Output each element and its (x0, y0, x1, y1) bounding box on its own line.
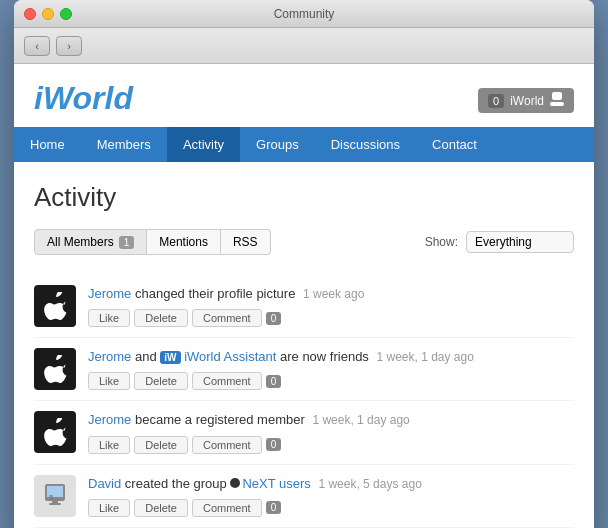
activity-text: Jerome and iW iWorld Assistant are now f… (88, 348, 574, 366)
badge-username: iWorld (510, 94, 544, 108)
user-link[interactable]: Jerome (88, 412, 131, 427)
user-badge[interactable]: 0 iWorld (478, 88, 574, 113)
svg-rect-1 (550, 102, 564, 106)
avatar (34, 475, 76, 517)
delete-button[interactable]: Delete (134, 499, 188, 517)
forward-button[interactable]: › (56, 36, 82, 56)
site-logo: iWorld (34, 80, 133, 117)
activity-item: David created the group NeXT users 1 wee… (34, 465, 574, 528)
avatar (34, 285, 76, 327)
like-button[interactable]: Like (88, 372, 130, 390)
timestamp: 1 week, 5 days ago (318, 477, 421, 491)
comment-button[interactable]: Comment (192, 436, 262, 454)
close-button[interactable] (24, 8, 36, 20)
site-header: iWorld 0 iWorld (14, 64, 594, 127)
badge-count: 0 (488, 94, 504, 108)
comment-count: 0 (266, 501, 282, 514)
activity-item: Jerome became a registered member 1 week… (34, 401, 574, 464)
group-link[interactable]: NeXT users (242, 476, 310, 491)
window-title: Community (274, 7, 335, 21)
like-button[interactable]: Like (88, 309, 130, 327)
activity-body: Jerome became a registered member 1 week… (88, 411, 574, 453)
svg-rect-4 (52, 501, 58, 503)
minimize-button[interactable] (42, 8, 54, 20)
user-link[interactable]: Jerome (88, 286, 131, 301)
comment-count: 0 (266, 312, 282, 325)
user-link[interactable]: David (88, 476, 121, 491)
activity-text: David created the group NeXT users 1 wee… (88, 475, 574, 493)
filter-tabs: All Members 1 Mentions RSS (34, 229, 271, 255)
activity-actions: Like Delete Comment 0 (88, 309, 574, 327)
tab-mentions[interactable]: Mentions (147, 229, 221, 255)
tab-rss-label: RSS (233, 235, 258, 249)
activity-item: Jerome changed their profile picture 1 w… (34, 275, 574, 338)
activity-text: Jerome changed their profile picture 1 w… (88, 285, 574, 303)
delete-button[interactable]: Delete (134, 372, 188, 390)
nav-item-home[interactable]: Home (14, 127, 81, 162)
avatar (34, 411, 76, 453)
nav-item-activity[interactable]: Activity (167, 127, 240, 162)
activity-body: Jerome and iW iWorld Assistant are now f… (88, 348, 574, 390)
timestamp: 1 week ago (303, 287, 364, 301)
user-icon (550, 92, 564, 109)
tab-all-members-count: 1 (119, 236, 135, 249)
maximize-button[interactable] (60, 8, 72, 20)
titlebar: Community (14, 0, 594, 28)
tab-all-members-label: All Members (47, 235, 114, 249)
browser-content: iWorld 0 iWorld Home Members Activity Gr… (14, 64, 594, 528)
user-link[interactable]: Jerome (88, 349, 131, 364)
show-label: Show: (425, 235, 458, 249)
nav-bar: Home Members Activity Groups Discussions… (14, 127, 594, 162)
iworld-badge: iW (160, 351, 180, 364)
like-button[interactable]: Like (88, 499, 130, 517)
comment-button[interactable]: Comment (192, 372, 262, 390)
activity-body: David created the group NeXT users 1 wee… (88, 475, 574, 517)
activity-item: Jerome and iW iWorld Assistant are now f… (34, 338, 574, 401)
svg-rect-5 (49, 503, 61, 505)
nav-item-contact[interactable]: Contact (416, 127, 493, 162)
svg-rect-3 (47, 486, 63, 497)
svg-rect-6 (51, 498, 53, 499)
avatar (34, 348, 76, 390)
activity-body: Jerome changed their profile picture 1 w… (88, 285, 574, 327)
back-button[interactable]: ‹ (24, 36, 50, 56)
page-title: Activity (34, 182, 574, 213)
comment-button[interactable]: Comment (192, 499, 262, 517)
delete-button[interactable]: Delete (134, 436, 188, 454)
group-dot (230, 478, 240, 488)
traffic-lights (24, 8, 72, 20)
comment-count: 0 (266, 438, 282, 451)
main-content: Activity All Members 1 Mentions RSS (14, 162, 594, 528)
browser-window: Community ‹ › iWorld 0 iWorld Home (14, 0, 594, 528)
activity-actions: Like Delete Comment 0 (88, 372, 574, 390)
tab-mentions-label: Mentions (159, 235, 208, 249)
like-button[interactable]: Like (88, 436, 130, 454)
show-select[interactable]: Everything Updates Friendships New Membe… (466, 231, 574, 253)
comment-button[interactable]: Comment (192, 309, 262, 327)
comment-count: 0 (266, 375, 282, 388)
show-bar: Show: Everything Updates Friendships New… (425, 231, 574, 253)
tab-rss[interactable]: RSS (221, 229, 271, 255)
delete-button[interactable]: Delete (134, 309, 188, 327)
filter-bar: All Members 1 Mentions RSS Show: Everyth… (34, 229, 574, 255)
nav-item-groups[interactable]: Groups (240, 127, 315, 162)
activity-actions: Like Delete Comment 0 (88, 499, 574, 517)
activity-list: Jerome changed their profile picture 1 w… (34, 275, 574, 528)
activity-text: Jerome became a registered member 1 week… (88, 411, 574, 429)
svg-rect-0 (552, 92, 562, 100)
nav-item-members[interactable]: Members (81, 127, 167, 162)
tab-all-members[interactable]: All Members 1 (34, 229, 147, 255)
activity-actions: Like Delete Comment 0 (88, 436, 574, 454)
nav-item-discussions[interactable]: Discussions (315, 127, 416, 162)
timestamp: 1 week, 1 day ago (376, 350, 473, 364)
browser-toolbar: ‹ › (14, 28, 594, 64)
svg-rect-7 (49, 495, 53, 496)
mac-icon (39, 480, 71, 512)
assistant-link[interactable]: iWorld Assistant (184, 349, 276, 364)
timestamp: 1 week, 1 day ago (312, 413, 409, 427)
